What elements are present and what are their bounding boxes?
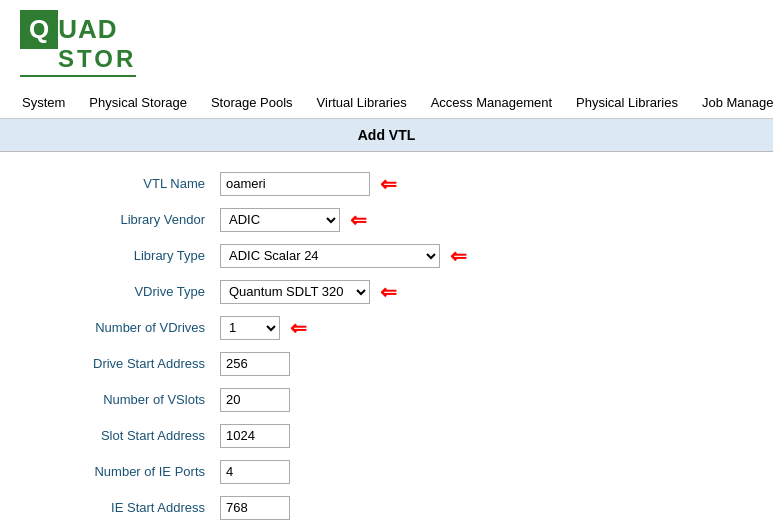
logo-area: Q UAD STOR — [0, 0, 773, 87]
drive-start-input[interactable] — [220, 352, 290, 376]
num-ie-row: Number of IE Ports — [40, 460, 733, 484]
add-vtl-form: VTL Name ⇐ Library Vendor ADIC Quantum I… — [0, 152, 773, 521]
library-type-arrow: ⇐ — [450, 244, 467, 268]
page-title: Add VTL — [0, 119, 773, 152]
slot-start-label: Slot Start Address — [40, 428, 220, 443]
logo-stor: STOR — [58, 45, 136, 73]
ie-start-label: IE Start Address — [40, 500, 220, 515]
library-type-select[interactable]: ADIC Scalar 24 ADIC Scalar 100 ADIC Scal… — [220, 244, 440, 268]
nav-virtual-libraries[interactable]: Virtual Libraries — [305, 87, 419, 118]
library-type-row: Library Type ADIC Scalar 24 ADIC Scalar … — [40, 244, 733, 268]
vtl-name-label: VTL Name — [40, 176, 220, 191]
logo-line — [20, 75, 136, 77]
drive-start-row: Drive Start Address — [40, 352, 733, 376]
nav-system[interactable]: System — [10, 87, 77, 118]
vdrive-type-row: VDrive Type Quantum SDLT 320 Quantum SDL… — [40, 280, 733, 304]
num-vslots-label: Number of VSlots — [40, 392, 220, 407]
vdrive-type-arrow: ⇐ — [380, 280, 397, 304]
logo: Q UAD STOR — [20, 10, 136, 77]
slot-start-row: Slot Start Address — [40, 424, 733, 448]
num-vdrives-row: Number of VDrives 1 2 4 8 16 ⇐ — [40, 316, 733, 340]
library-vendor-select[interactable]: ADIC Quantum IBM HP StorageTek — [220, 208, 340, 232]
library-vendor-row: Library Vendor ADIC Quantum IBM HP Stora… — [40, 208, 733, 232]
nav-access-management[interactable]: Access Management — [419, 87, 564, 118]
drive-start-label: Drive Start Address — [40, 356, 220, 371]
nav-job-management[interactable]: Job Management — [690, 87, 773, 118]
num-vslots-input[interactable] — [220, 388, 290, 412]
library-type-label: Library Type — [40, 248, 220, 263]
num-vdrives-arrow: ⇐ — [290, 316, 307, 340]
vtl-name-input[interactable] — [220, 172, 370, 196]
logo-uad: UAD — [58, 14, 117, 45]
library-vendor-label: Library Vendor — [40, 212, 220, 227]
nav-storage-pools[interactable]: Storage Pools — [199, 87, 305, 118]
slot-start-input[interactable] — [220, 424, 290, 448]
vdrive-type-label: VDrive Type — [40, 284, 220, 299]
num-ie-label: Number of IE Ports — [40, 464, 220, 479]
vtl-name-row: VTL Name ⇐ — [40, 172, 733, 196]
nav-physical-libraries[interactable]: Physical Libraries — [564, 87, 690, 118]
ie-start-input[interactable] — [220, 496, 290, 520]
num-vdrives-label: Number of VDrives — [40, 320, 220, 335]
logo-q: Q — [20, 10, 58, 49]
ie-start-row: IE Start Address — [40, 496, 733, 520]
library-vendor-arrow: ⇐ — [350, 208, 367, 232]
num-ie-input[interactable] — [220, 460, 290, 484]
vdrive-type-select[interactable]: Quantum SDLT 320 Quantum SDLT 600 LTO-2 … — [220, 280, 370, 304]
num-vslots-row: Number of VSlots — [40, 388, 733, 412]
num-vdrives-select[interactable]: 1 2 4 8 16 — [220, 316, 280, 340]
main-nav: System Physical Storage Storage Pools Vi… — [0, 87, 773, 119]
nav-physical-storage[interactable]: Physical Storage — [77, 87, 199, 118]
vtl-name-arrow: ⇐ — [380, 172, 397, 196]
